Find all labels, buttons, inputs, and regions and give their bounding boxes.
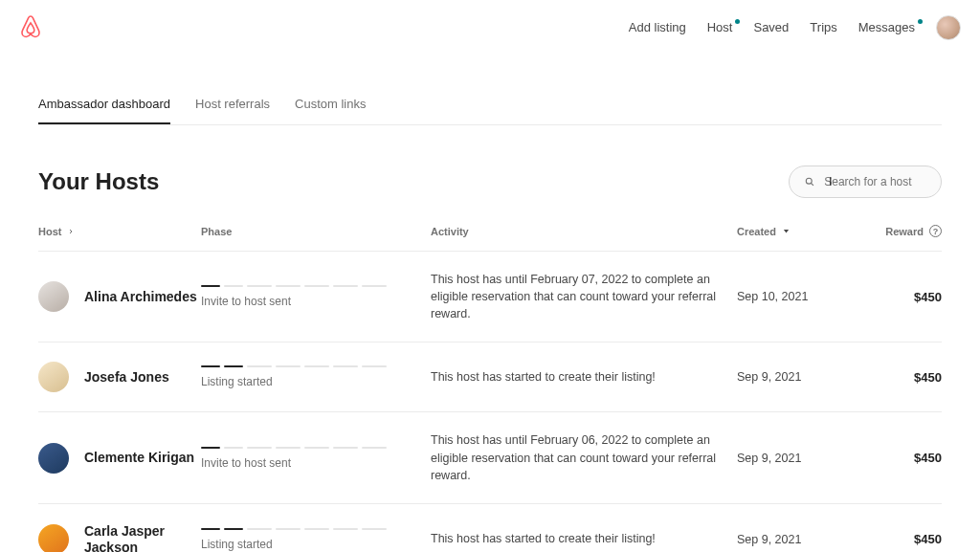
table-row: Clemente KiriganInvite to host sentThis … (38, 412, 942, 503)
search-field[interactable] (789, 166, 942, 198)
phase-label: Listing started (201, 538, 431, 551)
created-date: Sep 9, 2021 (737, 370, 852, 384)
col-created[interactable]: Created (737, 226, 852, 237)
activity-text: This host has until February 07, 2022 to… (431, 271, 737, 322)
nav-host[interactable]: Host (707, 20, 733, 34)
nav-saved[interactable]: Saved (753, 20, 789, 34)
col-host[interactable]: Host (38, 226, 201, 237)
created-date: Sep 9, 2021 (737, 533, 852, 546)
table-row: Carla Jasper JacksonListing startedThis … (38, 504, 942, 552)
tab-custom-links[interactable]: Custom links (295, 97, 366, 124)
help-icon[interactable]: ? (929, 225, 942, 237)
host-avatar[interactable] (38, 362, 69, 392)
user-avatar[interactable] (936, 15, 961, 40)
col-reward: Reward ? (852, 225, 942, 237)
chevron-right-icon (67, 228, 75, 235)
host-name[interactable]: Josefa Jones (84, 369, 169, 386)
reward-amount: $450 (852, 370, 942, 385)
nav-trips[interactable]: Trips (810, 20, 836, 34)
phase-label: Listing started (201, 375, 431, 388)
created-date: Sep 9, 2021 (737, 452, 852, 465)
host-name[interactable]: Alina Archimedes (84, 289, 197, 305)
search-input[interactable] (822, 174, 925, 189)
nav-messages[interactable]: Messages (858, 20, 915, 34)
table-header: Host Phase Activity Created Reward ? (38, 225, 942, 252)
reward-amount: $450 (852, 290, 942, 304)
phase-progress (201, 365, 431, 367)
search-icon (805, 176, 814, 188)
table-row: Alina ArchimedesInvite to host sentThis … (38, 252, 942, 342)
svg-point-0 (806, 178, 812, 184)
phase-label: Invite to host sent (201, 456, 431, 470)
airbnb-logo-icon[interactable] (19, 13, 42, 41)
caret-down-icon (782, 227, 791, 235)
svg-marker-2 (784, 230, 789, 232)
col-phase: Phase (201, 226, 431, 237)
host-avatar[interactable] (38, 443, 69, 474)
host-avatar[interactable] (38, 281, 69, 312)
col-activity: Activity (431, 226, 737, 237)
table-row: Josefa JonesListing startedThis host has… (38, 342, 942, 412)
host-name[interactable]: Clemente Kirigan (84, 450, 194, 466)
phase-progress (201, 528, 431, 530)
phase-progress (201, 447, 431, 449)
activity-text: This host has until February 06, 2022 to… (431, 431, 737, 483)
activity-text: This host has started to create their li… (431, 530, 737, 547)
tab-host-referrals[interactable]: Host referrals (195, 97, 270, 124)
nav-add-listing[interactable]: Add listing (629, 20, 686, 34)
svg-line-1 (811, 183, 813, 186)
created-date: Sep 10, 2021 (737, 290, 852, 303)
activity-text: This host has started to create their li… (431, 368, 737, 386)
page-title: Your Hosts (38, 168, 159, 195)
reward-amount: $450 (852, 532, 942, 546)
reward-amount: $450 (852, 451, 942, 465)
host-name[interactable]: Carla Jasper Jackson (84, 523, 201, 552)
phase-label: Invite to host sent (201, 295, 431, 308)
host-avatar[interactable] (38, 524, 69, 552)
phase-progress (201, 285, 431, 287)
tab-ambassador-dashboard[interactable]: Ambassador dashboard (38, 97, 170, 124)
